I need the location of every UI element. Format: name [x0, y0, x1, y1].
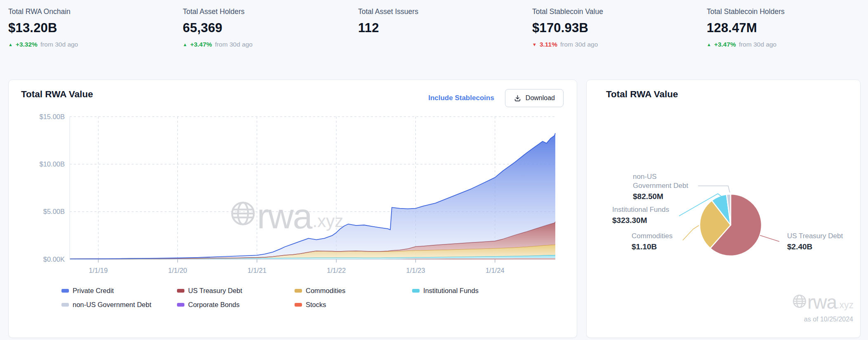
stacked-area-chart[interactable]: 1/1/191/1/201/1/211/1/221/1/231/1/24$15.…	[9, 80, 560, 278]
legend-label: Private Credit	[73, 287, 114, 295]
stat-value: 128.47M	[707, 19, 785, 37]
legend-item-private-credit[interactable]: Private Credit	[61, 287, 114, 295]
legend-label: Corporate Bonds	[188, 301, 240, 309]
stat-total-asset-holders: Total Asset Holders 65,369 ▲ +3.47% from…	[183, 7, 252, 49]
pie-label-non-us-government-debt: non-US Government Debt $82.50M	[633, 172, 695, 202]
rwa-dashboard: Total RWA Onchain $13.20B ▲ +3.32% from …	[0, 0, 868, 340]
legend-label: Stocks	[306, 301, 326, 309]
stat-value: $13.20B	[8, 19, 78, 37]
stat-total-asset-issuers: Total Asset Issuers 112	[358, 7, 418, 37]
stat-delta: ▲ +3.47% from 30d ago	[707, 40, 785, 49]
pie-slice-value: $82.50M	[633, 192, 695, 202]
stat-delta: ▼ 3.11% from 30d ago	[532, 40, 603, 49]
stat-value: 65,369	[183, 19, 252, 37]
legend-swatch	[295, 289, 302, 293]
delta-suffix: from 30d ago	[560, 40, 598, 49]
pie-label-institutional-funds: Institutional Funds $323.30M	[612, 205, 669, 225]
legend-item-institutional-funds[interactable]: Institutional Funds	[412, 287, 479, 295]
svg-text:1/1/19: 1/1/19	[89, 267, 108, 274]
legend-swatch	[177, 303, 184, 307]
legend-label: Institutional Funds	[423, 287, 479, 295]
delta-percent: 3.11%	[540, 40, 557, 49]
delta-suffix: from 30d ago	[40, 40, 78, 49]
svg-text:1/1/22: 1/1/22	[327, 267, 346, 274]
stat-total-stablecoin-holders: Total Stablecoin Holders 128.47M ▲ +3.47…	[707, 7, 785, 49]
stat-label: Total Stablecoin Value	[532, 7, 603, 16]
svg-text:$15.00B: $15.00B	[40, 113, 65, 120]
legend-swatch	[177, 289, 184, 293]
stat-value: $170.93B	[532, 19, 603, 37]
delta-percent: +3.47%	[714, 40, 736, 49]
svg-text:1/1/21: 1/1/21	[248, 267, 267, 274]
pie-label-commodities: Commodities $1.10B	[632, 232, 672, 252]
stat-label: Total RWA Onchain	[8, 7, 78, 16]
total-rwa-value-area-card: rwa .xyz 1/1/191/1/201/1/211/1/221/1/231…	[8, 80, 577, 338]
legend-swatch	[61, 289, 69, 293]
total-rwa-value-pie-card: Total RWA Value non-US Government Debt $…	[586, 80, 861, 338]
include-stablecoins-link[interactable]: Include Stablecoins	[428, 94, 494, 102]
svg-text:$0.00K: $0.00K	[43, 256, 65, 263]
download-label: Download	[526, 94, 555, 102]
pie-label-us-treasury-debt: US Treasury Debt $2.40B	[787, 232, 843, 252]
chart-legend: Private Credit US Treasury Debt Commodit…	[61, 287, 557, 316]
pie-slice-value: $2.40B	[787, 242, 843, 252]
legend-label: non-US Government Debt	[73, 301, 151, 309]
stat-value: 112	[358, 19, 418, 37]
download-icon	[514, 94, 521, 102]
chart-header-actions: Include Stablecoins Download	[428, 89, 564, 107]
svg-text:1/1/24: 1/1/24	[486, 267, 505, 274]
svg-text:$5.00B: $5.00B	[43, 208, 65, 215]
download-button[interactable]: Download	[505, 89, 564, 107]
pie-slice-name: US Treasury Debt	[787, 232, 843, 241]
delta-up-icon: ▲	[707, 42, 711, 47]
legend-swatch	[295, 303, 302, 307]
legend-swatch	[412, 289, 420, 293]
svg-text:1/1/20: 1/1/20	[168, 267, 187, 274]
legend-swatch	[61, 303, 69, 307]
stat-delta: ▲ +3.47% from 30d ago	[183, 40, 252, 49]
legend-label: Commodities	[306, 287, 345, 295]
pie-slice-name: Commodities	[632, 232, 672, 241]
stat-label: Total Asset Holders	[183, 7, 252, 16]
delta-suffix: from 30d ago	[215, 40, 252, 49]
svg-text:1/1/23: 1/1/23	[406, 267, 425, 274]
delta-up-icon: ▲	[8, 42, 13, 47]
stat-total-stablecoin-value: Total Stablecoin Value $170.93B ▼ 3.11% …	[532, 7, 603, 49]
pie-slice-value: $1.10B	[632, 242, 672, 252]
delta-percent: +3.32%	[16, 40, 38, 49]
pie-slice-value: $323.30M	[612, 216, 669, 225]
delta-down-icon: ▼	[532, 42, 537, 47]
legend-item-stocks[interactable]: Stocks	[295, 301, 326, 309]
delta-suffix: from 30d ago	[739, 40, 776, 49]
legend-item-us-treasury-debt[interactable]: US Treasury Debt	[177, 287, 242, 295]
delta-up-icon: ▲	[183, 42, 187, 47]
stat-delta: ▲ +3.32% from 30d ago	[8, 40, 78, 49]
legend-item-non-us-government-debt[interactable]: non-US Government Debt	[61, 301, 151, 309]
pie-slice-name: Institutional Funds	[612, 205, 669, 214]
delta-percent: +3.47%	[190, 40, 212, 49]
svg-text:$10.00B: $10.00B	[40, 160, 65, 168]
legend-item-commodities[interactable]: Commodities	[295, 287, 345, 295]
stat-label: Total Asset Issuers	[358, 7, 418, 16]
pie-slice-name: non-US Government Debt	[633, 172, 689, 190]
legend-label: US Treasury Debt	[188, 287, 242, 295]
stat-label: Total Stablecoin Holders	[707, 7, 785, 16]
stat-total-rwa-onchain: Total RWA Onchain $13.20B ▲ +3.32% from …	[8, 7, 78, 49]
legend-item-corporate-bonds[interactable]: Corporate Bonds	[177, 301, 240, 309]
